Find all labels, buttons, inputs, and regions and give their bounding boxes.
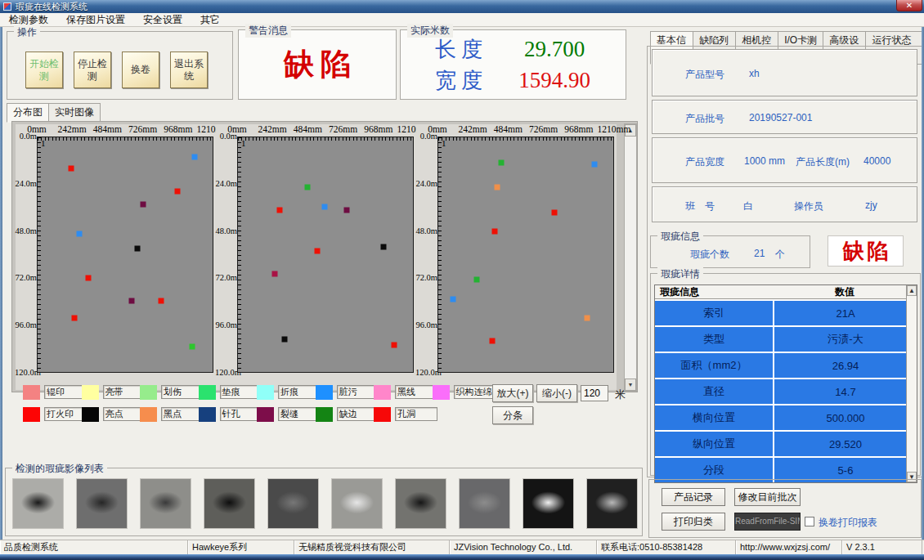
menu-item-4[interactable]: 其它 [191,13,229,27]
legend-label-box[interactable]: 亮带 [103,385,146,399]
legend-label-box[interactable]: 脏污 [337,385,379,399]
op-button-3[interactable]: 换卷 [122,52,159,88]
legend-label-box[interactable]: 垫痕 [220,385,262,399]
meter-range-input[interactable] [581,385,608,401]
legend-label-box[interactable]: 孔洞 [395,407,437,421]
defect-marker [159,298,164,303]
tab-分布图[interactable]: 分布图 [7,103,49,123]
length-label: 长度 [435,35,487,64]
zoom-in-button[interactable]: 放大(+) [492,384,533,402]
y-tick-label: 120.0m [415,368,437,377]
row-value: 14.7 [774,379,917,404]
legend-swatch [140,407,157,422]
legend-label-box[interactable]: 黑线 [395,385,437,399]
y-tick-label: 24.0m [15,179,37,188]
read-from-file-button[interactable]: ReadFromFile-SIM [734,513,801,531]
legend-swatch [82,407,99,422]
table-row[interactable]: 横向位置500.000 [655,405,917,430]
product-width-label: 产品宽度 [685,155,724,169]
defect-marker [551,209,557,215]
legend-label-box[interactable]: 打火印 [44,407,87,421]
defect-thumbnail-4[interactable] [204,478,255,529]
defect-thumbnail-3[interactable] [140,478,191,529]
legend-swatch [374,385,391,400]
defect-thumbnail-7[interactable] [395,478,446,529]
status-segment-1: 品质检测系统 [0,540,188,554]
product-records-button[interactable]: 产品记录 [662,488,725,506]
legend-swatch [316,385,333,400]
x-axis-ticks [38,137,213,141]
legend-label-box[interactable]: 缺边 [337,407,379,421]
defect-detail-table: 瑕疵信息 数值 索引21A类型污渍-大面积（mm2）26.94直径14.7横向位… [654,284,917,483]
defect-thumbnail-5[interactable] [267,478,319,529]
table-row[interactable]: 索引21A [655,301,917,325]
legend-item-缺边: 缺边 [316,403,375,425]
defect-detail-group: 瑕疵详情 瑕疵信息 数值 索引21A类型污渍-大面积（mm2）26.94直径14… [650,273,921,476]
alarm-box: 缺陷 [828,235,904,267]
legend-swatch [374,407,391,422]
defect-marker [135,246,141,252]
scatter-plot-2: 0mm242mm484mm726mm968mm1210mm0.0m24.0m48… [216,124,416,390]
defect-thumbnail-10[interactable] [586,478,638,529]
table-row[interactable]: 直径14.7 [655,379,917,404]
status-bar: 品质检测系统Hawkeye系列无锡精质视觉科技有限公司JZVision Tech… [0,540,924,554]
table-row[interactable]: 面积（mm2）26.94 [655,353,917,378]
length-value: 29.700 [489,37,620,62]
menu-item-1[interactable]: 检测参数 [0,13,57,27]
defect-marker [272,271,278,277]
y-tick-label: 24.0m [415,179,437,188]
defect-thumbnail-1[interactable] [12,478,64,529]
op-button-4[interactable]: 退出系统 [170,52,208,88]
y-tick-label: 0.0m [15,132,37,141]
op-button-2[interactable]: 停止检测 [74,52,111,88]
defect-thumbnail-9[interactable] [523,478,574,529]
defect-marker [277,208,283,213]
defect-marker [391,343,397,348]
legend-label-box[interactable]: 针孔 [220,407,262,421]
table-scrollbar[interactable]: ▲ ▼ [906,285,917,482]
defect-thumbnail-2[interactable] [76,478,128,529]
close-button[interactable]: ✕ [896,0,922,11]
legend-label-box[interactable]: 织构连绵 [454,385,494,399]
y-tick-label: 120.0m [15,368,37,377]
table-scroll-up-icon[interactable]: ▲ [907,285,917,296]
legend-label-box[interactable]: 裂缝 [278,407,321,421]
defect-thumbnail-8[interactable] [459,478,510,529]
split-button[interactable]: 分条 [492,406,533,424]
legend-label-box[interactable]: 折痕 [278,385,321,399]
scroll-down-icon[interactable]: ▼ [625,379,636,391]
zoom-out-button[interactable]: 缩小(-) [536,384,577,402]
legend-label-box[interactable]: 亮点 [103,407,146,421]
print-report-checkbox[interactable] [805,517,814,526]
modify-batch-button[interactable]: 修改目前批次 [734,488,801,506]
legend-item-针孔: 针孔 [199,403,258,425]
legend-item-脏污: 脏污 [316,381,375,403]
legend-label-box[interactable]: 黑点 [161,407,204,421]
row-value: 26.94 [774,353,917,378]
y-tick-label: 72.0m [15,273,37,282]
product-model-box: 产品型号 xh [652,49,917,96]
defect-thumbnail-6[interactable] [331,478,383,529]
legend-item-织构连绵: 织构连绵 [433,381,491,403]
op-button-1[interactable]: 开始检测 [25,52,63,88]
status-segment-3: 无锡精质视觉科技有限公司 [294,540,450,554]
legend-swatch [140,385,157,400]
legend-item-垫痕: 垫痕 [199,381,258,403]
legend-label-box[interactable]: 划伤 [161,385,204,399]
print-classify-button[interactable]: 打印归类 [662,513,725,531]
menu-item-2[interactable]: 保存图片设置 [57,13,134,27]
menu-item-3[interactable]: 安全设置 [134,13,191,27]
table-row[interactable]: 类型污渍-大 [655,327,917,352]
x-tick-label: 484mm [93,124,122,134]
legend-item-孔洞: 孔洞 [374,403,433,425]
y-tick-label: 0.0m [215,132,237,141]
defect-marker [591,161,597,167]
titlebar[interactable]: 瑕疵在线检测系统 ✕ [0,0,924,13]
row-label: 纵向位置 [655,432,773,456]
defect-marker [314,248,320,253]
table-row[interactable]: 纵向位置29.520 [655,432,917,456]
defect-count-unit: 个 [775,248,785,262]
plots-scrollbar[interactable]: ▲ ▼ [624,123,637,392]
tab-实时图像[interactable]: 实时图像 [49,103,101,123]
legend-label-box[interactable]: 辊印 [44,385,87,399]
